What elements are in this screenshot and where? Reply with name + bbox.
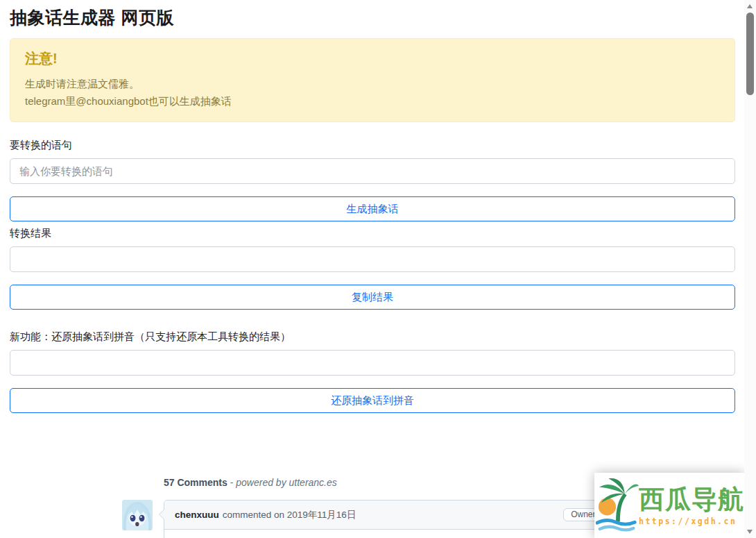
scroll-down-arrow-icon[interactable] xyxy=(747,530,753,534)
comments-powered-by-link[interactable]: powered by utteranc.es xyxy=(236,477,337,488)
comment-author-link[interactable]: chenxuuu xyxy=(175,510,219,520)
comment-body: 这里是评论区，请用登陆GitHub账号留言~ xyxy=(164,530,642,538)
avatar-image-icon xyxy=(122,500,153,530)
comments-heading-separator: - xyxy=(227,477,236,488)
alert-heading: 注意! xyxy=(25,49,720,68)
comments-heading: 57 Comments - powered by utteranc.es xyxy=(164,477,643,488)
generate-button[interactable]: 生成抽象话 xyxy=(10,196,735,221)
page-title: 抽象话生成器 网页版 xyxy=(10,6,735,29)
commenter-avatar[interactable] xyxy=(122,500,153,530)
comment-item: chenxuuu commented on 2019年11月16日 Owner … xyxy=(122,500,643,538)
comments-section: 57 Comments - powered by utteranc.es xyxy=(122,477,643,538)
watermelon-nav-logo-icon xyxy=(596,477,639,534)
comments-count: 57 Comments xyxy=(164,477,227,488)
comment-bubble: chenxuuu commented on 2019年11月16日 Owner … xyxy=(164,500,643,538)
warning-alert: 注意! 生成时请注意温文儒雅。 telegram里@chouxiangbot也可… xyxy=(10,38,735,122)
restore-input[interactable] xyxy=(10,350,735,376)
restore-to-pinyin-button[interactable]: 还原抽象话到拼音 xyxy=(10,388,735,413)
watermark-site-url: https://xgdh.cn xyxy=(639,516,744,526)
source-sentence-input[interactable] xyxy=(10,158,735,184)
watermark-overlay: 西瓜导航 https://xgdh.cn xyxy=(594,473,744,538)
result-input[interactable] xyxy=(10,246,735,272)
watermark-text: 西瓜导航 https://xgdh.cn xyxy=(639,485,744,526)
source-sentence-label: 要转换的语句 xyxy=(10,139,735,152)
comment-timestamp: commented on 2019年11月16日 xyxy=(223,509,356,521)
vertical-scrollbar[interactable] xyxy=(744,0,756,538)
comment-header: chenxuuu commented on 2019年11月16日 Owner … xyxy=(164,501,642,530)
copy-result-button[interactable]: 复制结果 xyxy=(10,285,735,310)
alert-line-1: 生成时请注意温文儒雅。 xyxy=(25,75,720,92)
alert-line-2: telegram里@chouxiangbot也可以生成抽象话 xyxy=(25,92,720,110)
main-content: 抽象话生成器 网页版 注意! 生成时请注意温文儒雅。 telegram里@cho… xyxy=(0,6,756,538)
scrollbar-thumb[interactable] xyxy=(746,12,754,95)
watermark-site-name: 西瓜导航 xyxy=(639,485,744,515)
scroll-up-arrow-icon[interactable] xyxy=(747,4,753,8)
result-label: 转换结果 xyxy=(10,227,735,240)
restore-feature-label: 新功能：还原抽象话到拼音（只支持还原本工具转换的结果） xyxy=(10,330,735,344)
